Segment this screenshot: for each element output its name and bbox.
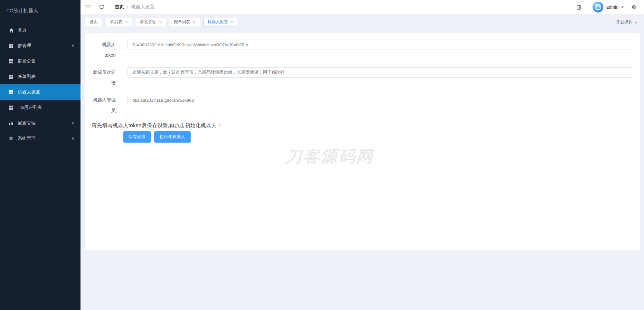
- tab-bill-list[interactable]: 账单列表 ×: [169, 18, 200, 26]
- sidebar-item-label: 群发公告: [18, 58, 36, 64]
- chevron-right-icon: [72, 122, 74, 124]
- app-window: TG统计机器人 首页 群管理 群发公告: [0, 0, 644, 310]
- button-row: 保存设置 初始化机器人: [123, 131, 633, 143]
- content-area: 机器人token 新成员欢迎语 机器人管理员 请先填写机器人token后保存设置…: [80, 28, 644, 310]
- trash-icon[interactable]: [576, 5, 581, 10]
- username: admin: [606, 5, 619, 10]
- tab-label: 群发公告: [140, 19, 156, 25]
- sidebar-item-robot-settings[interactable]: 机器人设置: [0, 84, 80, 100]
- more-actions-dropdown[interactable]: 其它操作: [616, 19, 637, 25]
- tab-label: 首页: [90, 19, 98, 25]
- sidebar-item-label: 首页: [18, 27, 27, 33]
- close-icon[interactable]: ×: [159, 20, 162, 24]
- sidebar-item-label: 机器人设置: [18, 89, 40, 95]
- home-icon: [9, 28, 14, 33]
- chevron-down-icon: [635, 20, 638, 23]
- bar-chart-icon: [9, 121, 14, 126]
- save-settings-button[interactable]: 保存设置: [123, 131, 151, 143]
- breadcrumb-separator: /: [127, 5, 128, 10]
- tab-robot-settings[interactable]: 机器人设置 ×: [203, 18, 238, 26]
- sidebar-item-home[interactable]: 首页: [0, 23, 80, 38]
- tab-label: 群列表: [110, 19, 122, 25]
- grid-icon: [9, 59, 14, 64]
- grid-icon: [9, 74, 14, 79]
- robot-settings-card: 机器人token 新成员欢迎语 机器人管理员 请先填写机器人token后保存设置…: [85, 33, 640, 250]
- tab-bar: 首页 群列表 × 群发公告 × 账单列表 × 机器人设置 × 其它操作: [80, 14, 644, 28]
- chevron-right-icon: [72, 44, 74, 47]
- top-header: 首页 / 机器人设置 a: [80, 0, 644, 14]
- sidebar-item-tg-user-list[interactable]: TG用户列表: [0, 100, 80, 115]
- sidebar-item-group-management[interactable]: 群管理: [0, 38, 80, 53]
- chevron-right-icon: [72, 137, 74, 140]
- sidebar-item-broadcast-announcement[interactable]: 群发公告: [0, 53, 80, 69]
- robot-admins-input[interactable]: [127, 95, 633, 105]
- robot-admins-label: 机器人管理员: [92, 95, 116, 116]
- tab-label: 账单列表: [174, 19, 190, 25]
- chevron-down-icon: [621, 5, 624, 8]
- sidebar-item-label: 群管理: [18, 43, 31, 49]
- collapse-sidebar-icon[interactable]: [85, 5, 91, 9]
- sidebar-menu: 首页 群管理 群发公告 账单列表: [0, 21, 80, 146]
- init-robot-button[interactable]: 初始化机器人: [154, 131, 191, 143]
- sidebar-item-label: 账单列表: [18, 74, 36, 80]
- gear-icon: [9, 136, 14, 141]
- avatar[interactable]: [592, 2, 603, 13]
- welcome-message-input[interactable]: [127, 67, 633, 78]
- sidebar-item-label: 系统管理: [18, 136, 36, 141]
- sidebar: TG统计机器人 首页 群管理 群发公告: [0, 0, 80, 310]
- tab-label: 机器人设置: [208, 19, 228, 25]
- close-icon[interactable]: ×: [125, 20, 128, 24]
- sidebar-item-label: TG用户列表: [18, 105, 42, 110]
- watermark-text: 刀客源码网: [286, 146, 374, 167]
- form-row-robot-token: 机器人token: [92, 39, 633, 61]
- tab-broadcast-announcement[interactable]: 群发公告 ×: [136, 18, 166, 26]
- more-actions-label: 其它操作: [616, 19, 633, 25]
- close-icon[interactable]: ×: [193, 20, 195, 24]
- tab-group-list[interactable]: 群列表 ×: [106, 18, 132, 26]
- close-icon[interactable]: ×: [231, 20, 233, 24]
- tab-home[interactable]: 首页: [85, 18, 102, 26]
- settings-gear-icon[interactable]: [631, 4, 637, 10]
- form-row-welcome-message: 新成员欢迎语: [92, 67, 633, 88]
- app-title: TG统计机器人: [0, 0, 80, 21]
- robot-token-input[interactable]: [127, 40, 633, 50]
- welcome-message-label: 新成员欢迎语: [92, 67, 116, 88]
- grid-icon: [9, 90, 14, 95]
- breadcrumb: 首页 / 机器人设置: [115, 4, 155, 10]
- sidebar-item-label: 配置管理: [18, 120, 36, 126]
- form-row-robot-admins: 机器人管理员: [92, 95, 633, 116]
- sidebar-item-system-management[interactable]: 系统管理: [0, 131, 80, 146]
- grid-icon: [9, 105, 14, 110]
- robot-token-label: 机器人token: [92, 39, 116, 61]
- sidebar-item-config-management[interactable]: 配置管理: [0, 115, 80, 131]
- breadcrumb-home[interactable]: 首页: [115, 4, 124, 10]
- user-menu[interactable]: admin: [606, 5, 623, 10]
- setup-hint-text: 请先填写机器人token后保存设置,再点击初始化机器人！: [92, 122, 633, 129]
- main-area: 首页 / 机器人设置 a: [80, 0, 644, 310]
- breadcrumb-current: 机器人设置: [131, 4, 155, 10]
- sidebar-item-bill-list[interactable]: 账单列表: [0, 69, 80, 84]
- grid-icon: [9, 43, 14, 48]
- refresh-icon[interactable]: [99, 4, 104, 10]
